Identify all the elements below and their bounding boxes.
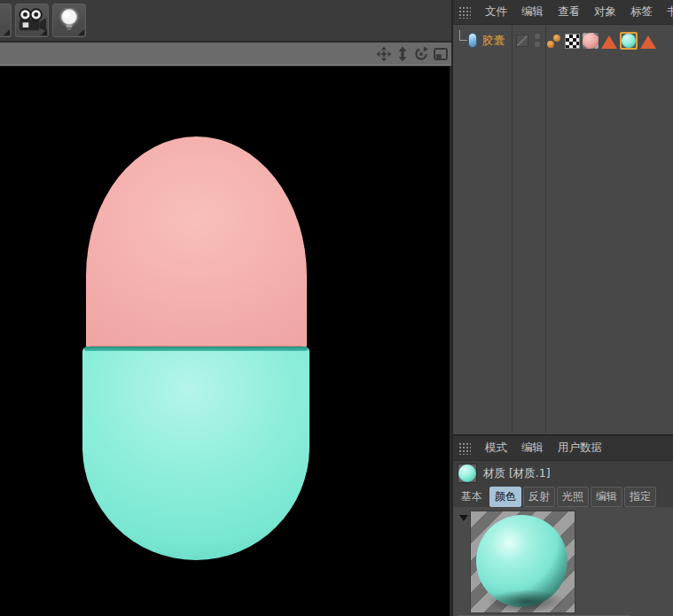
tab-illumination[interactable]: 光照	[557, 487, 589, 507]
column-divider	[545, 26, 546, 433]
viewport-header	[0, 43, 451, 66]
menu-edit[interactable]: 编辑	[521, 4, 544, 19]
tab-editor[interactable]: 编辑	[591, 487, 622, 507]
menu-mode[interactable]: 模式	[485, 441, 507, 456]
menu-file[interactable]: 文件	[485, 4, 507, 19]
right-region: 文件 编辑 查看 对象 标签 书签 胶囊	[451, 0, 673, 616]
menu-tags[interactable]: 标签	[630, 4, 653, 19]
material-preview-sphere	[476, 515, 567, 607]
light-bulb-icon	[58, 8, 81, 33]
menu-objects[interactable]: 对象	[594, 4, 616, 19]
pink-material-tag-icon[interactable]	[583, 33, 599, 49]
render-stage-icon	[0, 7, 11, 34]
left-region	[0, 0, 451, 616]
capsule-bottom-half[interactable]	[82, 347, 309, 560]
viewport-nav	[376, 46, 449, 62]
camera-button[interactable]	[15, 4, 49, 37]
material-header: 材质 [材质.1]	[453, 461, 673, 486]
object-manager-menubar: 文件 编辑 查看 对象 标签 书签	[453, 0, 673, 25]
attribute-menubar: 模式 编辑 用户数据	[453, 436, 673, 461]
material-title: 材质 [材质.1]	[483, 466, 551, 481]
compositing-tag-icon[interactable]	[565, 34, 580, 49]
enable-toggle-icon[interactable]	[516, 35, 528, 47]
tab-reflectance[interactable]: 反射	[523, 487, 555, 507]
attribute-manager: 模式 编辑 用户数据 材质 [材质.1] 基本 颜色 反射 光照 编辑 指定	[453, 434, 673, 616]
visibility-dots[interactable]	[535, 34, 540, 47]
phong-tag-icon[interactable]	[640, 35, 656, 49]
menu-edit[interactable]: 编辑	[521, 441, 544, 456]
movie-camera-icon	[17, 7, 47, 34]
object-row-capsule[interactable]: 胶囊	[453, 29, 673, 52]
material-tabs: 基本 颜色 反射 光照 编辑 指定	[453, 486, 673, 507]
material-sphere-icon[interactable]	[458, 464, 477, 483]
cyan-material-tag-icon-selected[interactable]	[620, 32, 638, 50]
render-stage-button[interactable]	[0, 4, 12, 37]
capsule-top-half[interactable]	[86, 136, 307, 349]
color-preview-zone	[453, 507, 673, 616]
dolly-icon[interactable]	[395, 46, 410, 62]
menu-view[interactable]: 查看	[558, 4, 580, 19]
light-button[interactable]	[52, 4, 86, 37]
column-divider	[512, 26, 513, 433]
phong-tag-icon[interactable]	[601, 35, 617, 49]
pan-icon[interactable]	[376, 46, 392, 62]
collapse-triangle-icon[interactable]	[459, 515, 468, 521]
hierarchy-line	[459, 30, 467, 41]
cinema4d-window: 文件 编辑 查看 对象 标签 书签 胶囊	[0, 0, 673, 616]
object-tree[interactable]: 胶囊	[453, 26, 673, 433]
object-label[interactable]: 胶囊	[482, 34, 505, 49]
menu-user-data[interactable]: 用户数据	[558, 441, 602, 456]
toggle-view-icon[interactable]	[433, 46, 449, 62]
tab-assign[interactable]: 指定	[624, 487, 656, 507]
palette-grip-icon[interactable]	[458, 6, 471, 19]
capsule-object-icon[interactable]	[468, 33, 477, 48]
3d-viewport[interactable]	[0, 66, 450, 616]
tab-color[interactable]: 颜色	[489, 487, 521, 507]
material-preview[interactable]	[470, 511, 575, 613]
tag-list	[546, 32, 656, 50]
palette-grip-icon[interactable]	[458, 442, 471, 455]
tab-basic[interactable]: 基本	[456, 487, 488, 507]
menu-bookmarks[interactable]: 书签	[667, 4, 673, 19]
rotate-icon[interactable]	[413, 46, 429, 62]
top-toolbar	[0, 0, 451, 42]
dots-tag-icon[interactable]	[546, 33, 562, 49]
